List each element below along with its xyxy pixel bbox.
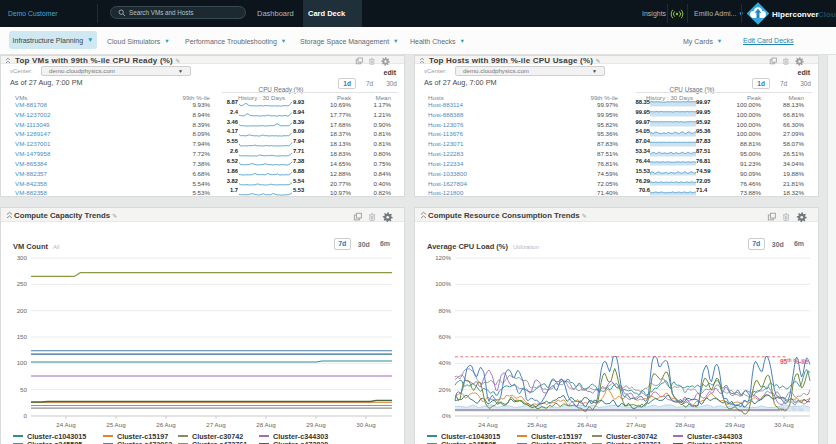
svg-text:150: 150 <box>17 333 28 340</box>
svg-text:26 Aug: 26 Aug <box>577 421 597 428</box>
svg-text:40%: 40% <box>439 359 452 366</box>
svg-text:27 Aug: 27 Aug <box>626 421 646 428</box>
svg-text:Cloud: Cloud <box>818 10 836 19</box>
svg-text:Hiperconver: Hiperconver <box>772 10 819 19</box>
svg-text:60%: 60% <box>439 333 452 340</box>
svg-text:25th %-ile: 25th %-ile <box>779 406 803 412</box>
svg-text:24 Aug: 24 Aug <box>56 421 76 428</box>
svg-text:120%: 120% <box>435 254 451 261</box>
svg-text:80%: 80% <box>439 307 452 314</box>
svg-text:28 Aug: 28 Aug <box>256 421 276 428</box>
svg-text:28 Aug: 28 Aug <box>675 421 695 428</box>
svg-text:25 Aug: 25 Aug <box>106 421 126 428</box>
svg-text:50: 50 <box>20 386 27 393</box>
svg-text:Median: Median <box>783 398 803 404</box>
svg-text:27 Aug: 27 Aug <box>206 421 226 428</box>
svg-text:20%: 20% <box>439 386 452 393</box>
svg-text:30 Aug: 30 Aug <box>356 421 376 428</box>
svg-text:95th %-ile: 95th %-ile <box>780 358 809 366</box>
svg-text:100%: 100% <box>435 280 451 287</box>
svg-text:24 Aug: 24 Aug <box>478 421 498 428</box>
svg-text:29 Aug: 29 Aug <box>725 421 745 428</box>
svg-text:29 Aug: 29 Aug <box>306 421 326 428</box>
svg-text:0%: 0% <box>442 412 451 419</box>
svg-text:26 Aug: 26 Aug <box>156 421 176 428</box>
svg-text:0: 0 <box>24 412 28 419</box>
svg-text:25 Aug: 25 Aug <box>527 421 547 428</box>
svg-text:100: 100 <box>17 359 28 366</box>
svg-text:250: 250 <box>17 280 28 287</box>
svg-text:300: 300 <box>17 254 28 261</box>
svg-text:30 Aug: 30 Aug <box>774 421 794 428</box>
svg-text:200: 200 <box>17 307 28 314</box>
